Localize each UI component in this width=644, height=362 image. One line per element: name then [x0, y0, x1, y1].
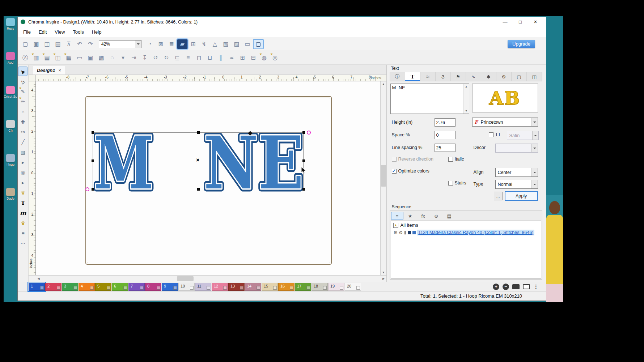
- save-button[interactable]: ◫: [42, 39, 52, 49]
- palette-swatch[interactable]: 15: [262, 283, 278, 291]
- open-button[interactable]: ▣: [31, 39, 42, 49]
- premium-b-tool[interactable]: ♛: [18, 218, 27, 228]
- desktop-icon[interactable]: Recy: [4, 18, 17, 30]
- desktop-icon[interactable]: Ch: [4, 120, 17, 132]
- selection-handle-middle-right[interactable]: [302, 159, 305, 162]
- favorites-button[interactable]: ★: [404, 212, 416, 220]
- filter-button[interactable]: ⊘: [430, 212, 442, 220]
- hoop-frame-button[interactable]: ▢: [253, 39, 264, 49]
- vertical-scroll-thumb[interactable]: [381, 165, 386, 187]
- palette-swatch[interactable]: 7: [128, 283, 145, 291]
- visibility-eye-icon[interactable]: ⊙: [399, 230, 403, 235]
- palette-swatch[interactable]: 6: [112, 283, 128, 291]
- scroll-down-icon[interactable]: ▼: [464, 108, 469, 114]
- palette-swatch[interactable]: 11: [195, 283, 211, 291]
- tab-applique[interactable]: ⚑: [451, 72, 466, 81]
- tab-thread[interactable]: ≋: [420, 72, 436, 81]
- monogram-button[interactable]: Ⓐ: [20, 53, 31, 63]
- stairs-checkbox[interactable]: Stairs: [448, 180, 466, 186]
- scroll-left-icon[interactable]: ◀: [36, 276, 41, 281]
- print-button[interactable]: ▤: [52, 39, 63, 49]
- all-items-row[interactable]: ★ All items: [393, 222, 539, 228]
- reverse-direction-checkbox[interactable]: Reverse direction: [392, 157, 433, 162]
- selection-handle-bottom-right[interactable]: [302, 188, 305, 191]
- palette-swatch[interactable]: 10: [178, 283, 195, 291]
- palette-swatch[interactable]: 12: [212, 283, 228, 291]
- thread-row[interactable]: ⊞ ⊙ ▮ 1134 Madeira Classic Rayon 40 (Col…: [393, 230, 539, 235]
- palette-swatch[interactable]: 8: [145, 283, 161, 291]
- palette-swatch[interactable]: 9: [162, 283, 178, 291]
- palette-swatch[interactable]: 13: [228, 283, 245, 291]
- list-view-button[interactable]: ≡: [391, 212, 403, 220]
- title-bar[interactable]: Chroma Inspire - Design1 (Width: 10.48 i…: [18, 17, 546, 27]
- tt-checkbox[interactable]: TT: [489, 132, 501, 137]
- scroll-right-icon[interactable]: ▶: [381, 276, 386, 281]
- chevron-down-icon[interactable]: [531, 118, 538, 126]
- scroll-down-icon[interactable]: ▼: [381, 270, 386, 275]
- expand-icon[interactable]: ⊞: [394, 230, 398, 235]
- zoom-select[interactable]: 42%: [99, 40, 141, 48]
- magic-wand-button[interactable]: ↯: [199, 39, 209, 49]
- 3d-view-button[interactable]: ▰: [177, 39, 188, 49]
- send-to-machine-button[interactable]: ⊼: [63, 39, 74, 49]
- design-canvas[interactable]: M M M NE NE NE: [36, 81, 380, 275]
- draw-tool[interactable]: ✎ ♛: [18, 87, 27, 96]
- effects-button[interactable]: fx: [417, 212, 429, 220]
- premium-shapes-button[interactable]: ▤ ♛: [42, 53, 52, 63]
- close-button[interactable]: ×: [528, 17, 543, 27]
- ungroup-button[interactable]: ⊟: [248, 53, 259, 63]
- tab-stitch[interactable]: ∿: [466, 72, 481, 81]
- rotate-handle-bottom-left[interactable]: [85, 187, 89, 191]
- palette-swatch[interactable]: 17: [295, 283, 311, 291]
- upgrade-button[interactable]: Upgrade: [508, 40, 535, 48]
- knife-tool[interactable]: ✂: [18, 127, 27, 137]
- expander-b[interactable]: ▸: [18, 178, 27, 187]
- selection-handle-middle-left[interactable]: [92, 159, 94, 162]
- horizontal-scroll-thumb[interactable]: [177, 276, 194, 281]
- stitch-list-tool[interactable]: ≡: [18, 229, 27, 238]
- palette-swatch[interactable]: 1: [29, 283, 45, 291]
- italic-checkbox[interactable]: Italic: [448, 157, 464, 162]
- selection-handle-top-middle[interactable]: [197, 131, 200, 134]
- apply-button[interactable]: Apply: [505, 191, 538, 201]
- tab-decor[interactable]: ✱: [481, 72, 496, 81]
- monogram-text-tool[interactable]: m: [18, 208, 27, 218]
- new-button[interactable]: ▢: [20, 39, 31, 49]
- maximize-button[interactable]: □: [513, 17, 528, 27]
- align-select[interactable]: Center: [495, 168, 538, 177]
- premium-lettering-button[interactable]: ▥ ♛: [31, 53, 42, 63]
- hoop-tool[interactable]: ◎: [18, 168, 27, 177]
- thread-item-label[interactable]: 1134 Madeira Classic Rayon 40 (Color: 1,…: [417, 230, 534, 235]
- desktop-icon[interactable]: Cricut Sp: [4, 86, 17, 98]
- horizontal-scrollbar[interactable]: ◀ ▶: [36, 276, 386, 282]
- branching-button[interactable]: △: [209, 39, 220, 49]
- kebab-menu-icon[interactable]: ⋮: [533, 284, 539, 290]
- premium-borders-button[interactable]: ◫ ♛: [52, 53, 63, 63]
- select-rectangle-button[interactable]: ▭: [74, 53, 85, 63]
- select-outline-button[interactable]: ▣: [85, 53, 96, 63]
- more-options-button[interactable]: ...: [494, 192, 503, 200]
- machine-status-button[interactable]: ≣: [166, 39, 177, 49]
- center-horizontal-button[interactable]: ⇥: [128, 53, 139, 63]
- premium-motifs-button[interactable]: ▦ ♛: [63, 53, 74, 63]
- display-light-icon[interactable]: [523, 284, 530, 289]
- select-mode-dropdown[interactable]: ▾: [118, 53, 128, 63]
- text-content-value[interactable]: M NE: [391, 84, 463, 114]
- palette-swatch[interactable]: 20: [345, 283, 361, 291]
- chevron-down-icon[interactable]: [531, 168, 538, 176]
- desktop-icon[interactable]: Aud: [4, 52, 17, 64]
- tab-comment[interactable]: ▢: [512, 72, 527, 81]
- grid-button[interactable]: ⊞: [188, 39, 199, 49]
- menu-edit[interactable]: Edit: [35, 28, 50, 36]
- align-bottom-button[interactable]: ⊔: [204, 53, 215, 63]
- rotate-ccw-button[interactable]: ↺: [150, 53, 161, 63]
- text-tool[interactable]: T: [18, 198, 27, 208]
- select-mesh-button[interactable]: ▩: [96, 53, 107, 63]
- zoom-in-button[interactable]: +: [493, 284, 499, 290]
- menu-help[interactable]: Help: [89, 28, 105, 36]
- rotate-handle-top-right[interactable]: [307, 131, 311, 135]
- palette-swatch[interactable]: 18: [312, 283, 328, 291]
- optimize-button[interactable]: ◎ ♛: [270, 53, 280, 63]
- palette-swatch[interactable]: 16: [278, 283, 295, 291]
- photo-import-button[interactable]: ▨: [231, 39, 242, 49]
